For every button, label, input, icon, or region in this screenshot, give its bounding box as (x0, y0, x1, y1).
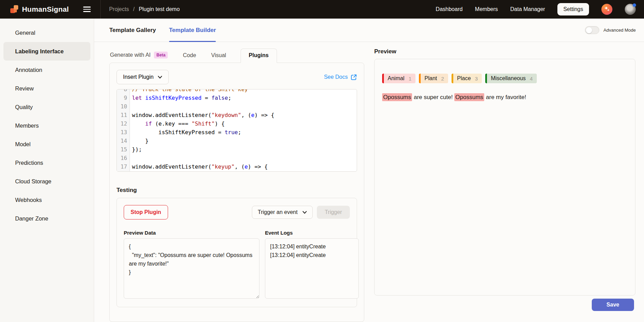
insert-plugin-dropdown[interactable]: Insert Plugin (116, 70, 169, 84)
label-text: Plant (424, 75, 437, 82)
code-text (130, 154, 135, 162)
highlighted-region[interactable]: Opossums (382, 93, 412, 101)
settings-button[interactable]: Settings (557, 3, 589, 15)
builder-subtabs: Generate with AI Beta Code Visual Plugin… (109, 48, 364, 63)
sidebar-item-quality[interactable]: Quality (3, 98, 90, 116)
line-number: 8 (117, 89, 130, 94)
code-text: } (130, 137, 148, 145)
nav-members[interactable]: Members (475, 6, 498, 12)
chevron-down-icon (302, 211, 307, 214)
testing-heading: Testing (116, 187, 357, 194)
code-editor-lines: 8// Track the state of the Shift key9let… (117, 89, 357, 171)
sidebar-item-review[interactable]: Review (3, 79, 90, 98)
tab-template-gallery[interactable]: Template Gallery (109, 19, 156, 42)
label-place[interactable]: Place3 (452, 74, 482, 83)
code-line: 12 if (e.key === "Shift") { (117, 119, 357, 128)
plugins-panel: Insert Plugin See Docs 8// Track the sta… (109, 63, 364, 322)
breadcrumb: Projects / Plugin test demo (101, 6, 179, 12)
top-bar: HumanSignal Projects / Plugin test demo … (0, 0, 644, 19)
brand-name: HumanSignal (22, 5, 69, 13)
sidebar-item-labeling-interface[interactable]: Labeling Interface (3, 42, 90, 61)
sidebar-item-members[interactable]: Members (3, 116, 90, 135)
label-hotkey: 2 (441, 76, 444, 82)
template-tabs-row: Template Gallery Template Builder Advanc… (94, 19, 644, 42)
line-number: 13 (117, 128, 130, 137)
code-line: 16 (117, 154, 357, 162)
sidebar-item-cloud-storage[interactable]: Cloud Storage (3, 172, 90, 191)
label-text: Animal (388, 75, 404, 82)
humansignal-logo-icon (10, 5, 19, 13)
label-animal[interactable]: Animal1 (382, 74, 415, 83)
code-text: window.addEventListener("keyup", (e) => … (130, 162, 268, 171)
ai-sparkle-button[interactable]: ✦✦ (601, 4, 612, 15)
label-text: Place (457, 75, 471, 82)
sidebar-item-predictions[interactable]: Predictions (3, 153, 90, 172)
see-docs-link[interactable]: See Docs (324, 74, 357, 80)
advanced-mode-control: Advanced Mode (585, 26, 636, 34)
text-segment: are my favorite! (484, 94, 526, 100)
nav-dashboard[interactable]: Dashboard (436, 6, 463, 12)
breadcrumb-projects[interactable]: Projects (109, 6, 129, 12)
sidebar: GeneralLabeling InterfaceAnnotationRevie… (0, 19, 94, 322)
hamburger-menu-icon[interactable] (83, 7, 91, 12)
code-text: let isShiftKeyPressed = false; (130, 94, 231, 102)
trigger-event-dropdown[interactable]: Trigger an event (252, 206, 313, 219)
code-text: window.addEventListener("keydown", (e) =… (130, 111, 274, 119)
breadcrumb-current: Plugin test demo (139, 6, 180, 12)
brand[interactable]: HumanSignal (0, 5, 69, 13)
preview-data-textarea[interactable]: { "my_text": "Opossums are super cute! O… (124, 238, 259, 299)
tab-code[interactable]: Code (182, 49, 197, 63)
sidebar-item-annotation[interactable]: Annotation (3, 61, 90, 79)
code-text: }); (130, 145, 142, 154)
sidebar-item-model[interactable]: Model (3, 135, 90, 153)
beta-badge: Beta (154, 52, 168, 58)
label-color-bar (419, 74, 421, 83)
label-hotkey: 4 (530, 76, 533, 82)
line-number: 10 (117, 102, 130, 111)
label-hotkey: 3 (475, 76, 478, 82)
testing-panel: Stop Plugin Trigger an event Trigger (116, 198, 357, 307)
highlighted-region[interactable]: Opossums (454, 93, 484, 101)
label-color-bar (382, 74, 384, 83)
code-text (130, 102, 135, 111)
code-text: // Track the state of the Shift key (130, 89, 248, 94)
user-avatar[interactable] (625, 4, 636, 15)
chevron-down-icon (158, 76, 162, 79)
code-line: 15}); (117, 145, 357, 154)
builder-left-column: Generate with AI Beta Code Visual Plugin… (109, 42, 364, 322)
save-button[interactable]: Save (592, 299, 634, 311)
external-link-icon (351, 74, 357, 80)
tab-visual[interactable]: Visual (211, 49, 227, 63)
code-line: 11window.addEventListener("keydown", (e)… (117, 111, 357, 119)
code-line: 13 isShiftKeyPressed = true; (117, 128, 357, 137)
app-window: HumanSignal Projects / Plugin test demo … (0, 0, 644, 322)
stop-plugin-button[interactable]: Stop Plugin (124, 205, 168, 219)
preview-heading: Preview (374, 48, 635, 55)
advanced-mode-toggle[interactable] (585, 26, 599, 34)
tab-generate-with-ai[interactable]: Generate with AI Beta (109, 49, 168, 63)
line-number: 15 (117, 145, 130, 154)
code-line: 10 (117, 102, 357, 111)
label-hotkey: 1 (409, 76, 411, 82)
label-color-bar (485, 74, 487, 83)
advanced-mode-label: Advanced Mode (603, 28, 636, 33)
sidebar-item-general[interactable]: General (3, 23, 90, 42)
code-text: isShiftKeyPressed = true; (130, 128, 241, 137)
trigger-button[interactable]: Trigger (317, 206, 350, 219)
event-log-entry: [13:12:04] entityCreate (270, 242, 354, 251)
tab-template-builder[interactable]: Template Builder (169, 19, 216, 42)
breadcrumb-separator: / (133, 6, 134, 12)
code-editor[interactable]: 8// Track the state of the Shift key9let… (116, 89, 357, 172)
code-line: 17window.addEventListener("keyup", (e) =… (117, 162, 357, 171)
line-number: 9 (117, 94, 130, 102)
sidebar-item-danger-zone[interactable]: Danger Zone (3, 209, 90, 228)
label-miscellaneous[interactable]: Miscellaneous4 (485, 74, 537, 83)
sidebar-item-webhooks[interactable]: Webhooks (3, 191, 90, 209)
tab-plugins[interactable]: Plugins (241, 49, 277, 63)
label-row: Animal1Plant2Place3Miscellaneous4 (382, 74, 628, 83)
preview-data-label: Preview Data (124, 230, 259, 236)
notification-dot (633, 3, 636, 7)
label-plant[interactable]: Plant2 (419, 74, 448, 83)
nav-data-manager[interactable]: Data Manager (510, 6, 545, 12)
event-logs-label: Event Logs (265, 230, 359, 236)
